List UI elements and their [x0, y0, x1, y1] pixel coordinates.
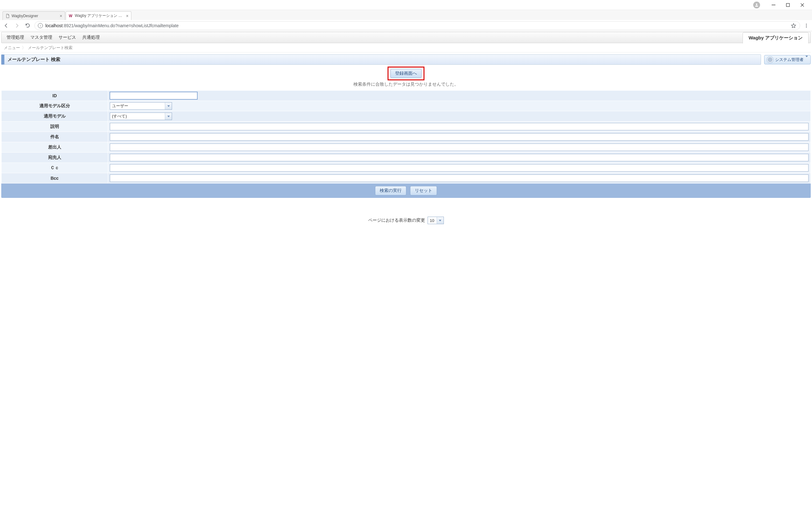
browser-toolbar: i localhost:8921/wagby/mainMenu.do?name=… [0, 20, 812, 31]
browser-tab[interactable]: WagbyDesigner × [2, 11, 65, 20]
breadcrumb-item[interactable]: メニュー [4, 45, 20, 51]
document-icon [5, 14, 10, 18]
browser-tab[interactable]: W Wagby アプリケーション メー × [66, 11, 132, 20]
breadcrumb: メニュー 〉 メールテンプレート検索 [1, 43, 811, 53]
bookmark-icon[interactable] [790, 23, 797, 28]
svg-rect-1 [772, 5, 775, 5]
page-size-select[interactable]: 10 [428, 217, 444, 224]
field-label-from: 差出人 [2, 142, 108, 153]
select-value: (すべて) [110, 113, 165, 120]
svg-point-0 [756, 3, 758, 5]
wagby-icon: W [68, 14, 73, 18]
chevron-right-icon: 〉 [22, 45, 26, 51]
close-icon[interactable]: × [60, 13, 62, 19]
reset-button[interactable]: リセット [410, 186, 437, 195]
field-label-desc: 説明 [2, 122, 108, 132]
address-bar[interactable]: i localhost:8921/wagby/mainMenu.do?name=… [34, 21, 800, 30]
avatar-icon [767, 57, 773, 63]
menu-common[interactable]: 共通処理 [79, 32, 103, 43]
user-menu[interactable]: システム管理者 [764, 55, 811, 64]
back-button[interactable] [2, 22, 10, 29]
select-value: ユーザー [110, 102, 165, 110]
profile-icon[interactable] [753, 2, 760, 8]
chevron-down-icon [437, 217, 443, 224]
field-label-bcc: Bcc [2, 173, 108, 183]
field-label-id: ID [2, 91, 108, 101]
desc-input[interactable] [110, 123, 809, 130]
reload-button[interactable] [24, 22, 31, 29]
user-label: システム管理者 [775, 57, 804, 63]
menu-master[interactable]: マスタ管理 [27, 32, 55, 43]
chevron-down-icon [165, 113, 172, 120]
model-category-select[interactable]: ユーザー [110, 102, 172, 110]
window-titlebar [0, 0, 812, 10]
bcc-input[interactable] [110, 175, 809, 182]
app-menubar: 管理処理 マスタ管理 サービス 共通処理 Wagby アプリケーション [1, 32, 811, 43]
no-data-message: 検索条件に合致したデータは見つかりませんでした。 [1, 80, 811, 90]
field-label-cc: Ｃｃ [2, 163, 108, 173]
to-input[interactable] [110, 154, 809, 161]
id-input[interactable] [110, 92, 197, 99]
svg-point-8 [806, 25, 807, 26]
form-action-bar: 検索の実行 リセット [1, 183, 811, 198]
subject-input[interactable] [110, 133, 809, 141]
highlight-annotation: 登録画面へ [387, 67, 425, 80]
field-label-model: 適用モデル [2, 111, 108, 122]
site-info-icon[interactable]: i [38, 23, 43, 28]
select-value: 10 [428, 217, 437, 224]
field-label-subject: 件名 [2, 132, 108, 142]
chevron-down-icon [165, 102, 172, 110]
forward-button[interactable] [13, 22, 21, 29]
from-input[interactable] [110, 144, 809, 151]
chevron-down-icon [806, 57, 808, 62]
window-close-button[interactable] [795, 0, 810, 10]
tab-title: Wagby アプリケーション メー [75, 13, 125, 19]
url-text: localhost:8921/wagby/mainMenu.do?name=sh… [45, 23, 788, 28]
breadcrumb-item: メールテンプレート検索 [28, 45, 72, 51]
search-button[interactable]: 検索の実行 [375, 186, 406, 195]
tab-title: WagbyDesigner [11, 14, 58, 18]
app-brand: Wagby アプリケーション [743, 32, 809, 43]
svg-text:W: W [69, 14, 72, 18]
close-icon[interactable]: × [126, 13, 128, 19]
menu-admin[interactable]: 管理処理 [3, 32, 27, 43]
menu-service[interactable]: サービス [55, 32, 79, 43]
cc-input[interactable] [110, 164, 809, 172]
svg-point-9 [806, 27, 807, 28]
svg-rect-2 [786, 3, 789, 6]
window-minimize-button[interactable] [766, 0, 781, 10]
browser-tabstrip: WagbyDesigner × W Wagby アプリケーション メー × [0, 10, 812, 20]
search-form: ID 適用モデル区分 ユーザー 適用モデル (すべて) 説明 [1, 90, 811, 183]
browser-menu-icon[interactable] [803, 23, 810, 28]
page-title: メールテンプレート 検索 [1, 54, 761, 65]
page-size-label: ページにおける表示数の変更 [368, 218, 425, 222]
field-label-to: 宛先人 [2, 153, 108, 163]
svg-point-7 [806, 24, 807, 25]
register-button[interactable]: 登録画面へ [390, 69, 422, 78]
window-maximize-button[interactable] [781, 0, 795, 10]
field-label-model-category: 適用モデル区分 [2, 101, 108, 111]
page-size-row: ページにおける表示数の変更 10 [1, 217, 811, 224]
model-select[interactable]: (すべて) [110, 113, 172, 120]
